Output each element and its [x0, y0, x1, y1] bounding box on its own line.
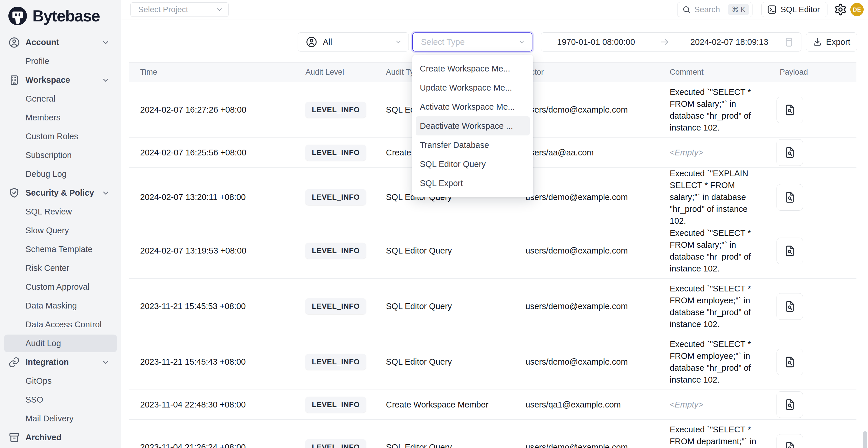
type-filter-placeholder: Select Type — [421, 37, 518, 47]
sidebar-item-label: Security & Policy — [26, 188, 94, 198]
brand-logo[interactable]: Bytebase — [0, 0, 121, 28]
cell-comment: Executed `"SELECT * FROM salary;"` in da… — [659, 227, 769, 275]
cell-actor: users/demo@example.com — [515, 443, 659, 448]
cell-comment: Executed `"SELECT * FROM employee;"` in … — [659, 338, 769, 386]
sidebar-item-subscription[interactable]: Subscription — [0, 146, 121, 165]
search-input[interactable]: Search ⌘ K — [677, 2, 752, 17]
sidebar-item-archived[interactable]: Archived — [0, 428, 121, 447]
cell-audit-level: LEVEL_INFO — [294, 189, 375, 205]
sidebar-item-data-access-control[interactable]: Data Access Control — [0, 315, 121, 334]
sql-editor-label: SQL Editor — [781, 5, 820, 14]
sidebar-item-label: SQL Review — [26, 207, 72, 217]
view-payload-button[interactable] — [776, 184, 803, 211]
cell-audit-type: SQL Editor Query — [375, 301, 515, 311]
project-select[interactable]: Select Project — [130, 2, 229, 17]
sidebar-item-label: Mail Delivery — [26, 414, 73, 423]
audit-log-row: 2023-11-21 15:45:53 +08:00LEVEL_INFOSQL … — [129, 279, 857, 334]
cell-comment: Executed `"SELECT * FROM employee;"` in … — [659, 283, 769, 330]
cell-comment: Executed `"SELECT * FROM department;"` i… — [659, 424, 769, 448]
search-placeholder: Search — [694, 5, 725, 14]
cell-actor: users/demo@example.com — [515, 192, 659, 202]
cell-comment: Executed `"SELECT * FROM salary;"` in da… — [659, 86, 769, 134]
calendar-icon — [783, 36, 795, 47]
audit-log-row: 2023-11-21 15:45:43 +08:00LEVEL_INFOSQL … — [129, 334, 857, 390]
type-option-update-workspace-me[interactable]: Update Workspace Me... — [416, 78, 530, 97]
chevron-down-icon — [395, 38, 402, 46]
type-option-sql-editor-query[interactable]: SQL Editor Query — [416, 155, 530, 174]
view-payload-button[interactable] — [776, 237, 803, 264]
sidebar-item-sso[interactable]: SSO — [0, 390, 121, 409]
view-payload-button[interactable] — [776, 391, 803, 418]
cell-actor: users/demo@example.com — [515, 301, 659, 311]
sql-editor-button[interactable]: SQL Editor — [762, 2, 828, 17]
sidebar-item-general[interactable]: General — [0, 89, 121, 108]
cell-time: 2024-02-07 16:27:26 +08:00 — [129, 105, 294, 115]
cell-audit-type: Create Workspace Member — [375, 400, 515, 410]
sidebar-item-risk-center[interactable]: Risk Center — [0, 259, 121, 278]
sidebar-item-custom-roles[interactable]: Custom Roles — [0, 127, 121, 146]
sidebar-item-data-masking[interactable]: Data Masking — [0, 296, 121, 315]
view-payload-button[interactable] — [776, 293, 803, 320]
type-option-sql-export[interactable]: SQL Export — [416, 174, 530, 193]
topbar: Select Project Search ⌘ K SQL Editor DE — [121, 0, 868, 20]
cell-actor: users/demo@example.com — [515, 105, 659, 115]
file-search-icon — [784, 398, 796, 411]
column-header-payload: Payload — [769, 68, 857, 77]
cell-audit-level: LEVEL_INFO — [294, 439, 375, 448]
actor-filter-select[interactable]: All — [298, 32, 409, 52]
sidebar-item-label: Archived — [26, 433, 61, 442]
sidebar-item-label: Slow Query — [26, 226, 69, 235]
sidebar-item-gitops[interactable]: GitOps — [0, 372, 121, 390]
date-range-picker[interactable]: 1970-01-01 08:00:00 2024-02-07 18:09:13 — [541, 32, 801, 52]
sidebar-item-slow-query[interactable]: Slow Query — [0, 221, 121, 240]
sidebar-item-security-policy[interactable]: Security & Policy — [0, 184, 121, 202]
cell-time: 2024-02-07 16:25:56 +08:00 — [129, 148, 294, 157]
sidebar-item-mail-delivery[interactable]: Mail Delivery — [0, 409, 121, 428]
column-header-audit-level: Audit Level — [294, 68, 375, 77]
cell-actor: users/aa@aa.com — [515, 148, 659, 157]
sidebar-item-label: Profile — [26, 57, 49, 66]
cell-payload — [769, 391, 857, 418]
cell-time: 2024-02-07 13:20:11 +08:00 — [129, 192, 294, 202]
file-search-icon — [784, 245, 796, 257]
actor-filter-value: All — [323, 37, 390, 47]
sidebar-item-debug-log[interactable]: Debug Log — [0, 165, 121, 184]
sidebar-item-label: Integration — [26, 357, 69, 367]
view-payload-button[interactable] — [776, 349, 803, 375]
settings-gear-icon[interactable] — [834, 3, 847, 16]
sidebar-item-workspace[interactable]: Workspace — [0, 71, 121, 89]
vertical-scrollbar[interactable] — [863, 431, 867, 448]
sidebar-item-schema-template[interactable]: Schema Template — [0, 240, 121, 259]
sidebar-item-integration[interactable]: Integration — [0, 353, 121, 372]
type-option-create-workspace-me[interactable]: Create Workspace Me... — [416, 59, 530, 78]
sidebar-item-account[interactable]: Account — [0, 33, 121, 52]
export-button[interactable]: Export — [806, 32, 857, 52]
sidebar-item-label: Members — [26, 113, 61, 122]
view-payload-button[interactable] — [776, 434, 803, 448]
level-badge: LEVEL_INFO — [305, 439, 366, 448]
view-payload-button[interactable] — [776, 97, 803, 123]
cell-audit-type: SQL Editor Query — [375, 357, 515, 367]
user-circle-icon — [8, 36, 20, 49]
cell-payload — [769, 293, 857, 320]
level-badge: LEVEL_INFO — [305, 298, 366, 314]
sidebar-item-profile[interactable]: Profile — [0, 52, 121, 71]
archive-icon — [8, 431, 20, 444]
sidebar-item-audit-log[interactable]: Audit Log — [0, 334, 121, 353]
type-option-transfer-database[interactable]: Transfer Database — [416, 135, 530, 155]
cell-comment: Executed `"EXPLAIN SELECT * FROM salary;… — [659, 167, 769, 227]
cell-actor: users/demo@example.com — [515, 357, 659, 367]
user-avatar[interactable]: DE — [850, 3, 864, 16]
search-shortcut-badge: ⌘ K — [728, 4, 749, 15]
sidebar-item-custom-approval[interactable]: Custom Approval — [0, 278, 121, 296]
file-search-icon — [784, 356, 796, 368]
sidebar-item-sql-review[interactable]: SQL Review — [0, 202, 121, 221]
terminal-icon — [767, 5, 777, 14]
view-payload-button[interactable] — [776, 139, 803, 166]
type-option-deactivate-workspace[interactable]: Deactivate Workspace ... — [416, 116, 530, 135]
type-filter-select[interactable]: Select Type — [412, 32, 532, 52]
file-search-icon — [784, 300, 796, 313]
sidebar-item-members[interactable]: Members — [0, 108, 121, 127]
level-badge: LEVEL_INFO — [305, 397, 366, 413]
type-option-activate-workspace-me[interactable]: Activate Workspace Me... — [416, 97, 530, 116]
